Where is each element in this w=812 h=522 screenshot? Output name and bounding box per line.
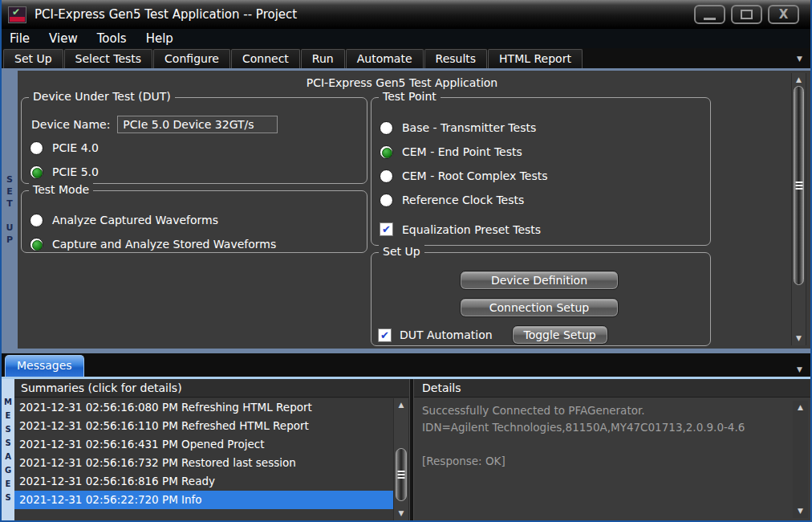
radio-base-transmitter-tests[interactable]	[380, 121, 393, 135]
app-icon-check-glyph: ✔	[12, 6, 20, 18]
details-header: Details	[414, 379, 810, 398]
tab-overflow-dropdown-icon[interactable]: ▼	[789, 55, 810, 63]
radio-label-cem-root-complex-tests: CEM - Root Complex Tests	[402, 169, 548, 182]
scrollbar-grip-icon	[398, 471, 405, 479]
messages-tab-row: Messages ▼	[2, 353, 810, 377]
close-button[interactable]: X	[768, 5, 799, 24]
tab-automate[interactable]: Automate	[346, 49, 424, 68]
radio-row-cem-root-complex-tests[interactable]: CEM - Root Complex Tests	[380, 168, 548, 184]
main-scrollbar-thumb[interactable]	[794, 86, 804, 285]
log-row[interactable]: 2021-12-31 02:56:16:431 PM Opened Projec…	[14, 435, 393, 454]
detail-line: Successfully Connected to PFAGenerator.	[422, 402, 788, 419]
page-title: PCI-Express Gen5 Test Application	[18, 76, 786, 89]
group-title-test-point: Test Point	[379, 90, 441, 103]
maximize-button[interactable]	[731, 5, 762, 24]
strip-letter: G	[5, 464, 11, 476]
device-name-label: Device Name:	[31, 118, 110, 131]
setup-panel: SETUP PCI-Express Gen5 Test Application …	[2, 68, 810, 349]
scroll-down-icon[interactable]: ▼	[792, 333, 806, 344]
dut-automation-label: DUT Automation	[400, 328, 493, 341]
tab-select-tests[interactable]: Select Tests	[64, 49, 153, 68]
detail-line	[422, 436, 788, 453]
detail-line: IDN=Agilent Technologies,81150A,MY47C017…	[422, 419, 788, 436]
log-row[interactable]: 2021-12-31 02:56:16:816 PM Ready	[14, 472, 393, 491]
scrollbar-grip-icon	[795, 181, 802, 190]
radio-label-pcie-5-0: PCIE 5.0	[52, 165, 99, 178]
radio-cem-root-complex-tests[interactable]	[380, 169, 393, 183]
tab-results[interactable]: Results	[424, 49, 488, 68]
log-row[interactable]: 2021-12-31 02:56:16:110 PM Refreshed HTM…	[14, 417, 393, 435]
equalization-preset-label: Equalization Preset Tests	[402, 223, 541, 236]
summaries-header: Summaries (click for details)	[14, 379, 409, 398]
group-device-under-test: Device Under Test (DUT) Device Name: PCI…	[21, 97, 367, 184]
menu-file[interactable]: File	[10, 31, 30, 46]
tab-strip: Set UpSelect TestsConfigureConnectRunAut…	[2, 48, 810, 68]
radio-capture-and-analyze-stored-waveforms[interactable]	[30, 238, 43, 251]
radio-row-capture-and-analyze-stored-waveforms[interactable]: Capture and Analyze Stored Waveforms	[30, 236, 276, 252]
summaries-list: 2021-12-31 02:56:16:080 PM Refreshing HT…	[14, 398, 393, 520]
scroll-up-icon[interactable]: ▲	[792, 75, 806, 85]
tab-run[interactable]: Run	[301, 49, 345, 68]
summaries-scrollbar-thumb[interactable]	[396, 448, 407, 501]
strip-letter: E	[6, 410, 11, 422]
strip-letter: A	[5, 451, 11, 463]
summaries-panel: Summaries (click for details) 2021-12-31…	[14, 379, 409, 520]
details-body: Successfully Connected to PFAGenerator.I…	[422, 402, 788, 470]
scroll-up-icon[interactable]: ▲	[793, 402, 808, 413]
details-panel: Details Successfully Connected to PFAGen…	[414, 379, 810, 520]
device-definition-button[interactable]: Device Definition	[460, 271, 619, 290]
menu-tools[interactable]: Tools	[97, 31, 127, 46]
scroll-down-icon[interactable]: ▼	[793, 506, 808, 516]
scroll-up-icon[interactable]: ▲	[394, 400, 408, 410]
group-title-test-mode: Test Mode	[29, 183, 93, 196]
strip-letter: S	[6, 175, 13, 185]
minimize-icon	[704, 18, 716, 20]
log-row[interactable]: 2021-12-31 02:56:16:080 PM Refreshing HT…	[14, 398, 393, 417]
device-name-input[interactable]	[117, 116, 278, 133]
log-row[interactable]: 2021-12-31 02:56:22:720 PM Info	[14, 491, 393, 509]
radio-row-reference-clock-tests[interactable]: Reference Clock Tests	[380, 192, 524, 208]
menu-bar: FileViewToolsHelp	[2, 29, 810, 48]
radio-reference-clock-tests[interactable]	[380, 194, 393, 207]
device-name-row: Device Name:	[31, 116, 278, 133]
tab-html-report[interactable]: HTML Report	[488, 49, 583, 68]
main-scrollbar[interactable]: ▲ ▼	[791, 73, 806, 345]
details-scrollbar[interactable]: ▲ ▼	[793, 401, 808, 518]
radio-row-base-transmitter-tests[interactable]: Base - Transmitter Tests	[380, 120, 536, 136]
messages-content: MESSAGES Summaries (click for details) 2…	[2, 379, 810, 520]
radio-row-analyze-captured-waveforms[interactable]: Analyze Captured Waveforms	[30, 212, 218, 228]
radio-row-cem-end-point-tests[interactable]: CEM - End Point Tests	[380, 144, 522, 160]
messages-dropdown-icon[interactable]: ▼	[797, 365, 810, 377]
radio-analyze-captured-waveforms[interactable]	[30, 214, 43, 227]
title-bar: ✔ PCI-Express Gen5 Test Application -- P…	[2, 0, 810, 29]
tab-set-up[interactable]: Set Up	[3, 49, 63, 68]
tab-messages[interactable]: Messages	[5, 355, 84, 377]
equalization-preset-row[interactable]: ✔ Equalization Preset Tests	[380, 222, 541, 236]
setup-sidebar-strip: SETUP	[2, 71, 18, 349]
menu-view[interactable]: View	[49, 31, 78, 46]
scroll-down-icon[interactable]: ▼	[394, 508, 408, 519]
messages-sidebar-strip: MESSAGES	[2, 379, 14, 520]
equalization-preset-checkbox[interactable]: ✔	[380, 222, 393, 236]
connection-setup-button[interactable]: Connection Setup	[460, 298, 619, 317]
tab-connect[interactable]: Connect	[231, 49, 300, 68]
radio-pcie-4-0[interactable]	[30, 141, 43, 155]
menu-help[interactable]: Help	[146, 31, 173, 46]
radio-pcie-5-0[interactable]	[30, 165, 43, 179]
summaries-scrollbar[interactable]: ▲ ▼	[393, 398, 409, 520]
group-test-point: Test Point ✔ Equalization Preset Tests B…	[371, 97, 711, 246]
window-controls: X	[694, 5, 804, 24]
tab-configure[interactable]: Configure	[153, 49, 230, 68]
strip-letter: S	[5, 423, 10, 435]
group-test-mode: Test Mode Analyze Captured WaveformsCapt…	[21, 190, 367, 253]
radio-row-pcie-4-0[interactable]: PCIE 4.0	[30, 140, 99, 156]
group-title-set-up: Set Up	[379, 245, 424, 258]
toggle-setup-button[interactable]: Toggle Setup	[512, 325, 608, 345]
minimize-button[interactable]	[694, 5, 725, 24]
log-row[interactable]: 2021-12-31 02:56:16:732 PM Restored last…	[14, 454, 393, 472]
radio-cem-end-point-tests[interactable]	[380, 145, 393, 159]
close-icon: X	[779, 9, 789, 21]
radio-label-pcie-4-0: PCIE 4.0	[52, 141, 99, 154]
dut-automation-checkbox[interactable]: ✔	[378, 328, 392, 342]
radio-row-pcie-5-0[interactable]: PCIE 5.0	[30, 164, 99, 180]
